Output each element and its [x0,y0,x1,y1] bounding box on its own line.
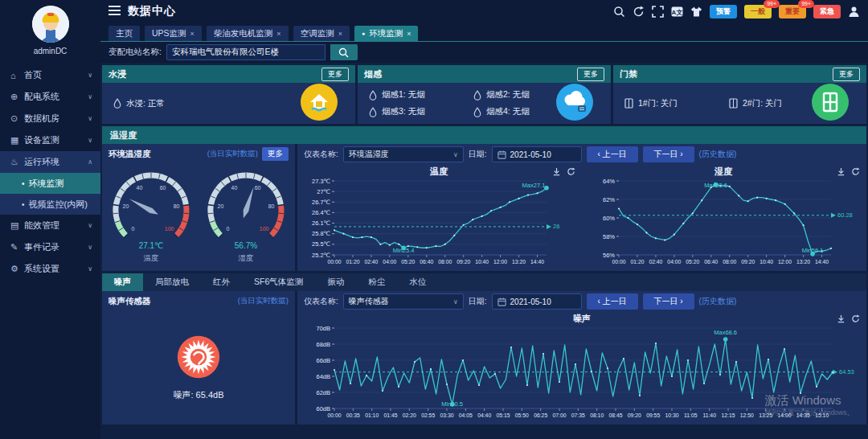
alert-badge-general[interactable]: 一般 99+ [744,5,772,18]
door-access-card: 门禁 更多 1#门: 关门 2#门: 关门 [613,65,866,124]
engineer-avatar-image [32,6,69,43]
calendar-icon [497,297,506,306]
tab-water-level[interactable]: 水位 [397,273,438,291]
refresh-icon[interactable] [633,6,645,18]
svg-text:06:40: 06:40 [420,259,433,265]
station-search-input[interactable] [166,44,326,60]
alert-badge-warning[interactable]: 预警 [710,5,737,18]
realtime-note: (当日实时数据) [207,149,258,159]
page-title: 数据中心 [128,4,176,18]
sidebar-item-home[interactable]: ⌂ 首页 ∨ [0,64,100,86]
refresh-icon[interactable] [567,167,575,176]
close-icon[interactable]: × [276,30,280,38]
user-profile[interactable]: adminDC [0,0,100,61]
svg-text:60%: 60% [603,215,615,222]
chevron-up-icon: ∧ [88,158,92,166]
station-search-button[interactable] [330,44,358,60]
tab-home[interactable]: 主页 [108,26,140,41]
svg-text:04:40: 04:40 [477,412,491,418]
more-button[interactable]: 更多 [833,68,860,81]
menu-toggle-icon[interactable] [108,4,121,18]
sidebar-item-data-room[interactable]: ⊙ 数据机房 ∨ [0,108,100,129]
tab-label: UPS监测 [152,28,186,39]
svg-text:26.1℃: 26.1℃ [312,220,330,227]
download-icon[interactable] [552,167,561,176]
svg-text:温度: 温度 [429,166,448,176]
meter-select[interactable]: 环境温湿度 ∨ [343,146,464,162]
environment-icon: ♨ [10,157,24,167]
tab-vibration[interactable]: 振动 [315,273,356,291]
history-data-link[interactable]: (历史数据) [699,296,737,307]
tab-infrared[interactable]: 红外 [201,273,242,291]
svg-text:27.1℃: 27.1℃ [139,241,164,250]
bullet-icon: • [22,179,25,188]
translate-icon[interactable]: A文 [671,6,683,18]
sidebar-item-energy[interactable]: ▤ 能效管理 ∨ [0,215,100,236]
sidebar-item-device-monitor[interactable]: ▦ 设备监测 ∨ [0,129,100,151]
status-text: 烟感3: 无烟 [382,106,425,117]
noise-section: 噪声 局部放电 红外 SF6气体监测 振动 粉尘 水位 噪声传感器 (当日实时数… [102,273,866,425]
svg-text:14:00: 14:00 [777,412,791,418]
search-icon[interactable] [613,6,625,18]
svg-text:08:00: 08:00 [438,259,452,265]
download-icon[interactable] [837,167,845,176]
sidebar-item-power-system[interactable]: ⊕ 配电系统 ∨ [0,86,100,108]
meter-select[interactable]: 噪声传感器 ∨ [343,293,464,310]
station-search-bar: 变配电站名称: [100,42,868,63]
meter-select-value: 噪声传感器 [349,296,453,307]
svg-text:60.28: 60.28 [837,211,853,219]
chevron-down-icon: ∨ [88,93,92,101]
close-icon[interactable]: × [407,30,411,38]
refresh-icon[interactable] [851,314,860,323]
svg-text:60: 60 [255,185,261,191]
tab-env-monitor[interactable]: ● 环境监测 × [354,26,419,41]
history-data-link[interactable]: (历史数据) [699,149,737,160]
prev-day-button[interactable]: ‹ 上一日 [587,146,638,162]
sidebar-item-video-monitor[interactable]: • 视频监控(内网) [0,194,100,215]
theme-skin-icon[interactable] [690,6,702,18]
next-day-button[interactable]: 下一日 › [643,146,694,162]
user-icon[interactable] [848,6,860,18]
tab-partial-discharge[interactable]: 局部放电 [143,273,201,291]
alert-badge-urgent[interactable]: 紧急 [813,5,841,18]
flood-status-icon [301,84,338,124]
svg-text:26.4℃: 26.4℃ [312,209,330,216]
tab-noise[interactable]: 噪声 [102,273,143,291]
tab-ups-monitor[interactable]: UPS监测 × [145,26,202,41]
svg-text:68dB: 68dB [316,341,330,348]
tab-sf6-gas[interactable]: SF6气体监测 [242,273,315,291]
download-icon[interactable] [837,314,845,323]
more-button[interactable]: 更多 [577,68,604,81]
svg-text:01:20: 01:20 [630,259,644,265]
svg-text:温度: 温度 [144,253,159,262]
close-icon[interactable]: × [338,30,342,38]
date-input[interactable]: 2021-05-10 [492,146,582,162]
sidebar-item-env-monitor[interactable]: • 环境监测 [0,173,100,194]
droplet-icon [369,107,377,117]
svg-text:40: 40 [231,185,238,191]
sidebar-item-settings[interactable]: ⚙ 系统设置 ∨ [0,258,100,280]
svg-text:62%: 62% [603,196,615,203]
prev-day-button[interactable]: ‹ 上一日 [587,293,638,310]
next-day-button[interactable]: 下一日 › [643,293,694,310]
tab-hvac-monitor[interactable]: 空调监测 × [293,26,350,41]
card-title: 门禁 [620,68,833,80]
more-button[interactable]: 更多 [262,147,289,161]
tab-dust[interactable]: 粉尘 [356,273,397,291]
refresh-icon[interactable] [851,167,860,176]
date-input[interactable]: 2021-05-10 [492,293,582,310]
close-icon[interactable]: × [190,30,194,38]
svg-text:01:20: 01:20 [346,259,359,265]
humidity-chart-box: 湿度56%58%60%62%64%00:0001:2002:4004:0005:… [582,165,866,271]
chevron-right-icon: › [680,150,682,158]
more-button[interactable]: 更多 [321,68,349,81]
sidebar-item-environment[interactable]: ♨ 运行环境 ∧ [0,151,100,173]
svg-text:10:40: 10:40 [475,259,489,265]
svg-text:15:10: 15:10 [815,412,829,418]
svg-text:12:50: 12:50 [740,412,754,418]
username: adminDC [34,47,68,55]
tab-diesel-generator-monitor[interactable]: 柴油发电机监测 × [207,26,289,41]
fullscreen-icon[interactable] [652,6,664,18]
alert-badge-important[interactable]: 重要 99+ [779,5,806,18]
sidebar-item-event-log[interactable]: ✎ 事件记录 ∨ [0,236,100,258]
